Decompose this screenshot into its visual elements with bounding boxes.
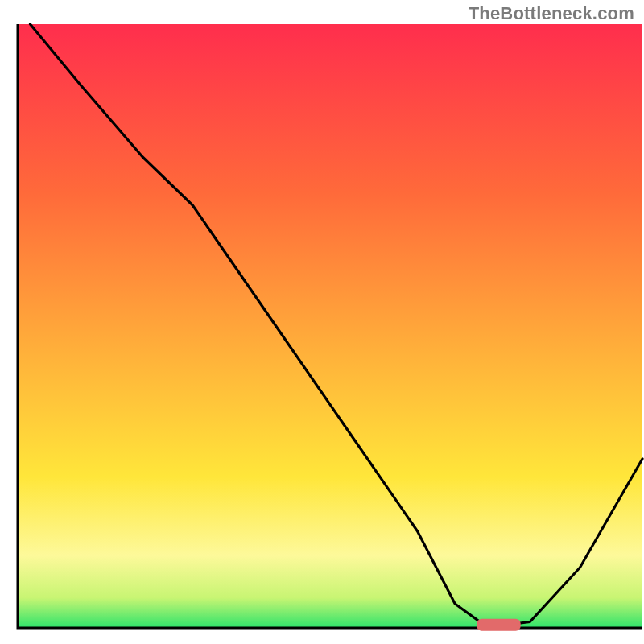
chart-container: TheBottleneck.com bbox=[0, 0, 644, 644]
optimal-range-marker bbox=[477, 619, 520, 631]
bottleneck-chart bbox=[0, 0, 644, 644]
watermark-text: TheBottleneck.com bbox=[469, 3, 634, 24]
plot-background bbox=[18, 24, 642, 628]
